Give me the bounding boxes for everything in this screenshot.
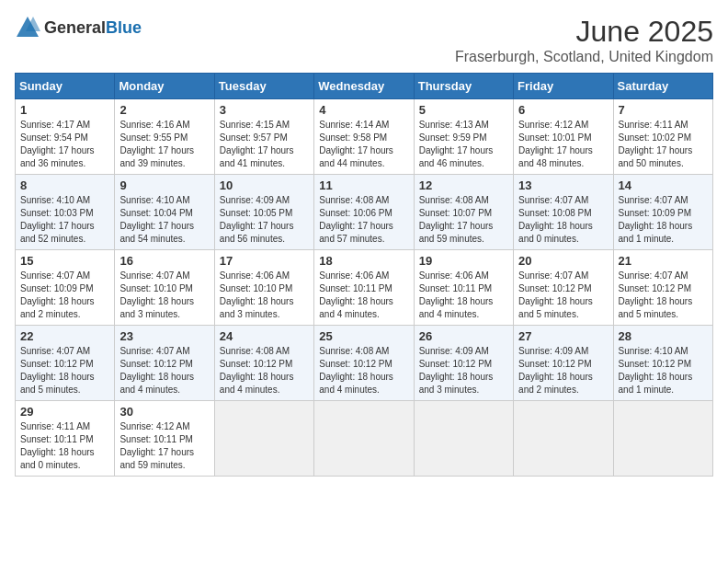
day-number: 19 bbox=[419, 254, 508, 268]
day-info: Sunrise: 4:08 AM Sunset: 10:12 PM Daylig… bbox=[220, 345, 309, 396]
calendar-row: 1Sunrise: 4:17 AM Sunset: 9:54 PM Daylig… bbox=[16, 99, 713, 175]
col-thursday: Thursday bbox=[414, 74, 513, 99]
calendar-row: 29Sunrise: 4:11 AM Sunset: 10:11 PM Dayl… bbox=[16, 401, 713, 477]
col-wednesday: Wednesday bbox=[314, 74, 414, 99]
table-row: 27Sunrise: 4:09 AM Sunset: 10:12 PM Dayl… bbox=[514, 326, 613, 401]
day-number: 23 bbox=[119, 329, 209, 343]
calendar-header-row: Sunday Monday Tuesday Wednesday Thursday… bbox=[16, 74, 713, 99]
table-row: 21Sunrise: 4:07 AM Sunset: 10:12 PM Dayl… bbox=[613, 250, 712, 326]
day-info: Sunrise: 4:07 AM Sunset: 10:08 PM Daylig… bbox=[518, 194, 608, 246]
day-info: Sunrise: 4:12 AM Sunset: 10:11 PM Daylig… bbox=[119, 420, 209, 472]
day-number: 15 bbox=[20, 254, 109, 268]
table-row: 15Sunrise: 4:07 AM Sunset: 10:09 PM Dayl… bbox=[16, 250, 115, 326]
day-number: 7 bbox=[619, 103, 708, 117]
table-row: 11Sunrise: 4:08 AM Sunset: 10:06 PM Dayl… bbox=[314, 175, 414, 250]
day-info: Sunrise: 4:11 AM Sunset: 10:02 PM Daylig… bbox=[619, 119, 708, 170]
empty-cell bbox=[214, 401, 313, 477]
calendar-row: 22Sunrise: 4:07 AM Sunset: 10:12 PM Dayl… bbox=[16, 326, 713, 401]
day-number: 26 bbox=[419, 329, 508, 343]
day-number: 8 bbox=[20, 178, 109, 192]
day-info: Sunrise: 4:09 AM Sunset: 10:12 PM Daylig… bbox=[419, 345, 508, 396]
day-number: 2 bbox=[119, 103, 209, 117]
day-info: Sunrise: 4:06 AM Sunset: 10:11 PM Daylig… bbox=[419, 270, 508, 321]
col-tuesday: Tuesday bbox=[214, 74, 313, 99]
day-number: 13 bbox=[518, 178, 608, 192]
table-row: 9Sunrise: 4:10 AM Sunset: 10:04 PM Dayli… bbox=[115, 175, 214, 250]
day-info: Sunrise: 4:07 AM Sunset: 10:12 PM Daylig… bbox=[119, 345, 209, 396]
header: GeneralBlue June 2025 Fraserburgh, Scotl… bbox=[15, 15, 713, 65]
day-number: 22 bbox=[20, 329, 109, 343]
day-info: Sunrise: 4:08 AM Sunset: 10:06 PM Daylig… bbox=[319, 194, 408, 246]
day-number: 14 bbox=[619, 178, 708, 192]
day-number: 29 bbox=[20, 405, 109, 419]
location-title: Fraserburgh, Scotland, United Kingdom bbox=[455, 49, 713, 65]
day-number: 25 bbox=[319, 329, 408, 343]
col-sunday: Sunday bbox=[16, 74, 115, 99]
table-row: 20Sunrise: 4:07 AM Sunset: 10:12 PM Dayl… bbox=[514, 250, 613, 326]
day-info: Sunrise: 4:07 AM Sunset: 10:09 PM Daylig… bbox=[20, 270, 109, 321]
table-row: 10Sunrise: 4:09 AM Sunset: 10:05 PM Dayl… bbox=[214, 175, 313, 250]
table-row: 24Sunrise: 4:08 AM Sunset: 10:12 PM Dayl… bbox=[214, 326, 313, 401]
col-monday: Monday bbox=[115, 74, 214, 99]
day-number: 24 bbox=[220, 329, 309, 343]
table-row: 30Sunrise: 4:12 AM Sunset: 10:11 PM Dayl… bbox=[115, 401, 214, 477]
day-number: 30 bbox=[119, 405, 209, 419]
table-row: 2Sunrise: 4:16 AM Sunset: 9:55 PM Daylig… bbox=[115, 99, 214, 175]
day-number: 10 bbox=[220, 178, 309, 192]
day-info: Sunrise: 4:06 AM Sunset: 10:10 PM Daylig… bbox=[220, 270, 309, 321]
day-info: Sunrise: 4:17 AM Sunset: 9:54 PM Dayligh… bbox=[20, 119, 109, 170]
calendar-table: Sunday Monday Tuesday Wednesday Thursday… bbox=[15, 73, 713, 477]
table-row: 22Sunrise: 4:07 AM Sunset: 10:12 PM Dayl… bbox=[16, 326, 115, 401]
day-info: Sunrise: 4:10 AM Sunset: 10:04 PM Daylig… bbox=[119, 194, 209, 246]
table-row: 23Sunrise: 4:07 AM Sunset: 10:12 PM Dayl… bbox=[115, 326, 214, 401]
day-info: Sunrise: 4:07 AM Sunset: 10:12 PM Daylig… bbox=[20, 345, 109, 396]
table-row: 16Sunrise: 4:07 AM Sunset: 10:10 PM Dayl… bbox=[115, 250, 214, 326]
day-info: Sunrise: 4:06 AM Sunset: 10:11 PM Daylig… bbox=[319, 270, 408, 321]
day-number: 16 bbox=[119, 254, 209, 268]
logo-blue-text: Blue bbox=[106, 18, 142, 37]
table-row: 14Sunrise: 4:07 AM Sunset: 10:09 PM Dayl… bbox=[613, 175, 712, 250]
day-number: 9 bbox=[119, 178, 209, 192]
day-info: Sunrise: 4:13 AM Sunset: 9:59 PM Dayligh… bbox=[419, 119, 508, 170]
day-info: Sunrise: 4:10 AM Sunset: 10:03 PM Daylig… bbox=[20, 194, 109, 246]
table-row: 8Sunrise: 4:10 AM Sunset: 10:03 PM Dayli… bbox=[16, 175, 115, 250]
col-friday: Friday bbox=[514, 74, 613, 99]
empty-cell bbox=[514, 401, 613, 477]
day-info: Sunrise: 4:10 AM Sunset: 10:12 PM Daylig… bbox=[619, 345, 708, 396]
day-number: 11 bbox=[319, 178, 408, 192]
table-row: 7Sunrise: 4:11 AM Sunset: 10:02 PM Dayli… bbox=[613, 99, 712, 175]
table-row: 19Sunrise: 4:06 AM Sunset: 10:11 PM Dayl… bbox=[414, 250, 513, 326]
table-row: 5Sunrise: 4:13 AM Sunset: 9:59 PM Daylig… bbox=[414, 99, 513, 175]
table-row: 25Sunrise: 4:08 AM Sunset: 10:12 PM Dayl… bbox=[314, 326, 414, 401]
logo-icon bbox=[15, 15, 40, 40]
day-info: Sunrise: 4:12 AM Sunset: 10:01 PM Daylig… bbox=[518, 119, 608, 170]
day-info: Sunrise: 4:07 AM Sunset: 10:12 PM Daylig… bbox=[619, 270, 708, 321]
day-number: 27 bbox=[518, 329, 608, 343]
day-number: 4 bbox=[319, 103, 408, 117]
table-row: 1Sunrise: 4:17 AM Sunset: 9:54 PM Daylig… bbox=[16, 99, 115, 175]
day-info: Sunrise: 4:08 AM Sunset: 10:07 PM Daylig… bbox=[419, 194, 508, 246]
table-row: 29Sunrise: 4:11 AM Sunset: 10:11 PM Dayl… bbox=[16, 401, 115, 477]
title-block: June 2025 Fraserburgh, Scotland, United … bbox=[455, 15, 713, 65]
table-row: 4Sunrise: 4:14 AM Sunset: 9:58 PM Daylig… bbox=[314, 99, 414, 175]
day-number: 3 bbox=[220, 103, 309, 117]
day-number: 12 bbox=[419, 178, 508, 192]
month-title: June 2025 bbox=[455, 15, 713, 49]
table-row: 13Sunrise: 4:07 AM Sunset: 10:08 PM Dayl… bbox=[514, 175, 613, 250]
table-row: 18Sunrise: 4:06 AM Sunset: 10:11 PM Dayl… bbox=[314, 250, 414, 326]
day-number: 1 bbox=[20, 103, 109, 117]
day-number: 17 bbox=[220, 254, 309, 268]
day-number: 20 bbox=[518, 254, 608, 268]
day-info: Sunrise: 4:09 AM Sunset: 10:12 PM Daylig… bbox=[518, 345, 608, 396]
table-row: 26Sunrise: 4:09 AM Sunset: 10:12 PM Dayl… bbox=[414, 326, 513, 401]
calendar-row: 8Sunrise: 4:10 AM Sunset: 10:03 PM Dayli… bbox=[16, 175, 713, 250]
day-number: 21 bbox=[619, 254, 708, 268]
empty-cell bbox=[414, 401, 513, 477]
col-saturday: Saturday bbox=[613, 74, 712, 99]
day-info: Sunrise: 4:07 AM Sunset: 10:12 PM Daylig… bbox=[518, 270, 608, 321]
day-number: 18 bbox=[319, 254, 408, 268]
day-number: 6 bbox=[518, 103, 608, 117]
table-row: 3Sunrise: 4:15 AM Sunset: 9:57 PM Daylig… bbox=[214, 99, 313, 175]
day-info: Sunrise: 4:07 AM Sunset: 10:10 PM Daylig… bbox=[119, 270, 209, 321]
table-row: 28Sunrise: 4:10 AM Sunset: 10:12 PM Dayl… bbox=[613, 326, 712, 401]
